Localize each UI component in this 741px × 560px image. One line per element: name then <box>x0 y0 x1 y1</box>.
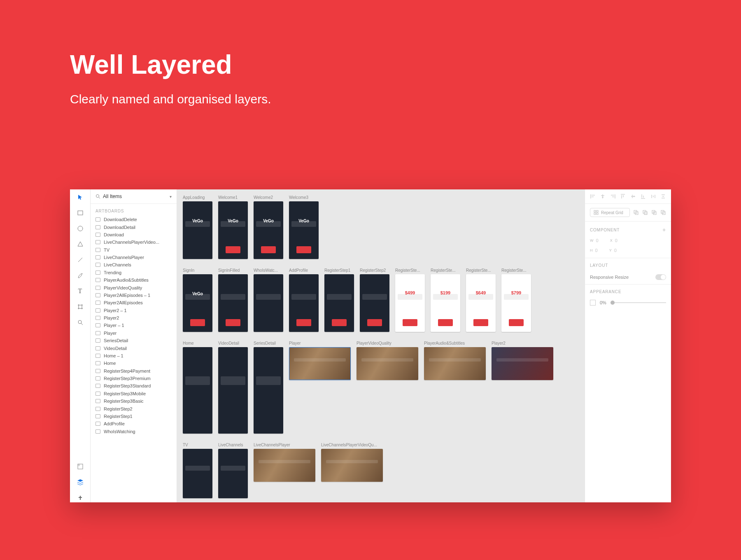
y-value[interactable]: 0 <box>614 248 617 253</box>
artboard[interactable]: SignInFilled <box>218 268 248 332</box>
artboard[interactable]: LiveChannelsPlayerVideoQu... <box>321 443 383 498</box>
layer-item[interactable]: DownloadDelete <box>91 216 177 223</box>
artboard-thumb[interactable] <box>492 347 553 380</box>
canvas[interactable]: AppLoadingVeGoWelcome1VeGoWelcome2VeGoWe… <box>177 189 585 502</box>
ellipse-tool-icon[interactable] <box>76 224 85 233</box>
layer-item[interactable]: Home <box>91 359 177 367</box>
artboard[interactable]: SignInVeGo <box>183 268 212 332</box>
layer-item[interactable]: Player2 – 1 <box>91 307 177 314</box>
artboard[interactable]: AddProfile <box>289 268 319 332</box>
x-value[interactable]: 0 <box>615 238 618 243</box>
artboard[interactable]: RegisterSte...$499 <box>395 268 425 332</box>
artboard[interactable]: Home <box>183 341 212 434</box>
layer-item[interactable]: AddProfile <box>91 420 177 427</box>
plugins-panel-icon[interactable] <box>76 493 85 502</box>
layer-item[interactable]: VideoDetail <box>91 344 177 352</box>
artboard-thumb[interactable] <box>324 274 354 332</box>
layer-item[interactable]: LiveChannelsPlayerVideo... <box>91 238 177 246</box>
artboard[interactable]: RegisterSte...$799 <box>501 268 531 332</box>
boolean-excl-icon[interactable] <box>660 210 666 215</box>
artboard[interactable]: RegisterStep1 <box>324 268 354 332</box>
add-component-icon[interactable]: + <box>662 226 666 233</box>
opacity-value[interactable]: 0% <box>600 300 606 305</box>
artboard[interactable]: VideoDetail <box>218 341 248 434</box>
distribute-h-icon[interactable] <box>650 194 656 199</box>
artboard[interactable]: TV <box>183 443 212 498</box>
align-controls[interactable] <box>585 189 671 204</box>
layer-item[interactable]: RegisterStep4Payment <box>91 367 177 375</box>
artboard[interactable]: Welcome2VeGo <box>254 195 283 259</box>
artboard-thumb[interactable]: $649 <box>466 274 496 332</box>
rectangle-tool-icon[interactable] <box>76 208 85 217</box>
align-left-icon[interactable] <box>590 194 596 199</box>
layer-item[interactable]: LiveChannels <box>91 261 177 268</box>
artboard[interactable]: Welcome3VeGo <box>289 195 319 259</box>
artboard[interactable]: Player <box>289 341 351 434</box>
align-bottom-icon[interactable] <box>640 194 646 199</box>
artboard-thumb[interactable] <box>360 274 389 332</box>
pen-tool-icon[interactable] <box>76 271 85 280</box>
artboard-thumb[interactable]: $199 <box>431 274 460 332</box>
artboard-thumb[interactable] <box>289 347 351 380</box>
layers-panel-icon[interactable] <box>76 478 85 487</box>
line-tool-icon[interactable] <box>76 255 85 264</box>
layer-item[interactable]: SeriesDetail <box>91 337 177 344</box>
layer-item[interactable]: Player2AllEpisodes <box>91 299 177 306</box>
artboard-thumb[interactable] <box>254 347 283 434</box>
polygon-tool-icon[interactable] <box>76 240 85 249</box>
artboard-thumb[interactable] <box>218 347 248 434</box>
assets-panel-icon[interactable] <box>76 462 85 471</box>
layer-item[interactable]: RegisterStep3Standard <box>91 382 177 390</box>
layer-item[interactable]: WhoIsWatching <box>91 428 177 435</box>
responsive-resize-toggle[interactable] <box>655 274 666 280</box>
artboard-thumb[interactable]: $799 <box>501 274 531 332</box>
layer-item[interactable]: Player2AllEpisodes – 1 <box>91 292 177 299</box>
w-value[interactable]: 0 <box>596 238 599 243</box>
h-value[interactable]: 0 <box>595 248 598 253</box>
artboard-thumb[interactable]: VeGo <box>183 201 212 259</box>
text-tool-icon[interactable]: T <box>76 287 85 296</box>
layer-item[interactable]: Player <box>91 329 177 337</box>
artboard-thumb[interactable]: VeGo <box>254 201 283 259</box>
layer-item[interactable]: Home – 1 <box>91 352 177 359</box>
artboard[interactable]: RegisterSte...$199 <box>431 268 460 332</box>
boolean-int-icon[interactable] <box>651 210 657 215</box>
layer-item[interactable]: TV <box>91 246 177 254</box>
layer-item[interactable]: RegisterStep3Mobile <box>91 390 177 397</box>
layer-item[interactable]: Player2 <box>91 314 177 322</box>
layers-search[interactable]: All Items ▾ <box>91 189 177 204</box>
layer-item[interactable]: PlayerVideoQuality <box>91 284 177 291</box>
artboard[interactable]: LiveChannels <box>218 443 248 498</box>
layer-item[interactable]: Download <box>91 231 177 238</box>
artboard[interactable]: SeriesDetail <box>254 341 283 434</box>
artboard-thumb[interactable] <box>254 274 283 332</box>
layer-item[interactable]: LiveChannelsPlayer <box>91 254 177 261</box>
artboard-thumb[interactable] <box>218 449 248 498</box>
select-tool-icon[interactable] <box>76 193 85 202</box>
artboard-thumb[interactable] <box>254 449 315 482</box>
boolean-sub-icon[interactable] <box>642 210 648 215</box>
artboard-tool-icon[interactable] <box>76 302 85 311</box>
artboard[interactable]: PlayerVideoQuality <box>357 341 418 434</box>
artboard-thumb[interactable] <box>183 449 212 498</box>
align-right-icon[interactable] <box>610 194 616 199</box>
artboard[interactable]: Player2 <box>492 341 553 434</box>
opacity-swatch[interactable] <box>590 300 596 306</box>
layer-item[interactable]: RegisterStep1 <box>91 413 177 420</box>
align-vcenter-icon[interactable] <box>630 194 636 199</box>
layer-item[interactable]: Trending <box>91 269 177 276</box>
artboard[interactable]: LiveChannelsPlayer <box>254 443 315 498</box>
artboard[interactable]: RegisterStep2 <box>360 268 389 332</box>
artboard[interactable]: RegisterSte...$649 <box>466 268 496 332</box>
artboard-thumb[interactable] <box>424 347 486 380</box>
layer-item[interactable]: Player – 1 <box>91 322 177 329</box>
repeat-grid-button[interactable]: Repeat Grid <box>590 208 630 217</box>
align-top-icon[interactable] <box>620 194 626 199</box>
align-hcenter-icon[interactable] <box>600 194 606 199</box>
distribute-v-icon[interactable] <box>660 194 666 199</box>
artboard-thumb[interactable] <box>357 347 418 380</box>
artboard-thumb[interactable]: VeGo <box>218 201 248 259</box>
layer-item[interactable]: RegisterStep2 <box>91 405 177 412</box>
artboard-thumb[interactable] <box>289 274 319 332</box>
artboard[interactable]: PlayerAudio&Subtitles <box>424 341 486 434</box>
